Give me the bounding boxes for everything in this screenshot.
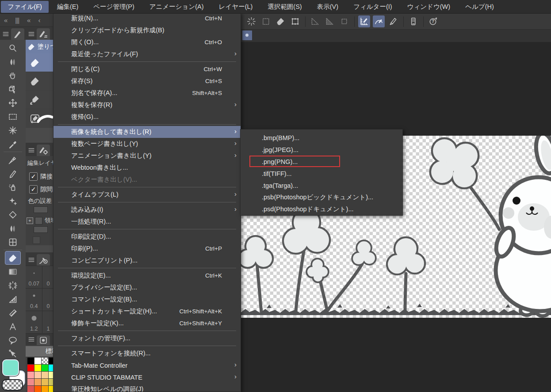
brush-size-cell[interactable]: 1 <box>42 311 53 333</box>
tool-button[interactable] <box>0 278 26 292</box>
brush-size-cell[interactable]: 0.4 <box>26 289 42 311</box>
command-bar-button[interactable]: ? <box>427 15 439 27</box>
menu-icon[interactable] <box>27 29 36 39</box>
file-menu-item[interactable]: プライバシー設定(E)... <box>54 282 241 293</box>
file-menu-item[interactable]: アニメーション書き出し(Y) › <box>54 150 241 162</box>
menubar-item[interactable]: 選択範囲(S) <box>261 1 308 13</box>
collapse-left-icon[interactable]: « <box>4 16 7 24</box>
file-menu-item[interactable]: 印刷(P)... Ctrl+P <box>54 243 241 255</box>
tool-button[interactable] <box>0 41 26 55</box>
tool-button[interactable] <box>0 333 26 347</box>
color-swatch[interactable] <box>42 372 48 378</box>
file-menu-item[interactable]: 閉じる(C) Ctrl+W <box>54 63 241 75</box>
color-swatch[interactable] <box>27 379 34 385</box>
color-swatch[interactable] <box>34 365 41 371</box>
file-menu-item[interactable]: 最近使ったファイル(F) › <box>54 48 241 60</box>
color-swatch[interactable] <box>27 372 34 378</box>
file-menu-item[interactable]: Tab-Mate Controller › <box>54 359 241 371</box>
sub-tool-group[interactable]: 塗りつぶし <box>26 40 53 53</box>
color-swatch[interactable] <box>42 358 48 364</box>
menu-icon[interactable] <box>27 145 36 155</box>
collapse-right-icon[interactable]: « <box>27 16 30 24</box>
menubar-item[interactable]: フィルター(I) <box>347 1 399 13</box>
color-swatch[interactable] <box>49 379 53 385</box>
canvas-area[interactable] <box>240 42 551 392</box>
menu-icon[interactable] <box>1 29 10 39</box>
tool-button[interactable] <box>0 292 26 306</box>
color-set-tab[interactable] <box>37 335 50 345</box>
file-menu-item[interactable]: フォントの管理(F)... <box>54 332 241 344</box>
tool-property-tab[interactable] <box>37 145 50 156</box>
command-bar-button[interactable] <box>407 15 419 27</box>
file-menu-item[interactable]: タイムラプス(L) › <box>54 189 241 201</box>
tool-button[interactable] <box>0 110 26 123</box>
adjacent-pixels-row[interactable]: ✓ 隣接ピクセルをたどる <box>26 170 53 183</box>
tool-button[interactable] <box>0 55 26 69</box>
file-menu-item[interactable]: 修飾キー設定(K)... Ctrl+Shift+Alt+Y <box>54 317 241 329</box>
file-menu-item[interactable]: スマートフォンを接続(R)... <box>54 347 241 359</box>
color-swatch[interactable] <box>49 386 53 392</box>
color-swatch[interactable] <box>27 386 34 392</box>
tool-button[interactable] <box>0 82 26 96</box>
file-menu-item[interactable]: コマンドバー設定(B)... <box>54 293 241 305</box>
color-swatch[interactable] <box>49 372 53 378</box>
color-swatch[interactable] <box>34 358 41 364</box>
file-menu-item[interactable]: 読み込み(I) › <box>54 204 241 216</box>
foreground-color-chip[interactable] <box>2 359 19 376</box>
file-menu-item[interactable]: 一括処理(R)... <box>54 216 241 228</box>
tool-button[interactable] <box>0 347 26 361</box>
file-menu-item[interactable]: 印刷設定(D)... <box>54 231 241 243</box>
tool-button[interactable] <box>0 320 26 333</box>
file-menu-item[interactable]: CLIP STUDIO TABMATE › <box>54 371 241 383</box>
command-bar-button[interactable] <box>324 15 336 27</box>
command-bar-button[interactable] <box>338 15 350 27</box>
color-swatch[interactable] <box>42 386 48 392</box>
tool-button[interactable] <box>0 153 26 167</box>
file-menu-item[interactable]: 復帰(G)... <box>54 111 241 123</box>
brush-size-cell[interactable]: 0.07 <box>26 266 42 288</box>
area-scale-row[interactable]: + 領域拡縮 <box>26 215 53 226</box>
file-menu-item[interactable]: 開く(O)... Ctrl+O <box>54 36 241 48</box>
menubar-item[interactable]: ヘルプ(H) <box>459 1 501 13</box>
area-scale-field[interactable] <box>34 226 48 233</box>
command-bar-button[interactable] <box>275 15 287 27</box>
export-format-item[interactable]: .psd(Photoshopドキュメント)... <box>241 203 402 215</box>
tool-button[interactable] <box>0 137 26 151</box>
chevron-left-icon[interactable]: ‹ <box>38 16 40 24</box>
file-menu-item[interactable]: 画像を統合して書き出し(R) › <box>54 126 241 138</box>
menu-icon[interactable] <box>27 255 36 265</box>
partial-checkbox[interactable] <box>33 236 40 244</box>
command-bar-button[interactable] <box>387 15 399 27</box>
tool-button[interactable] <box>0 123 26 137</box>
color-swatch[interactable] <box>42 379 48 385</box>
tool-button[interactable] <box>0 251 26 265</box>
color-swatch[interactable] <box>34 379 41 385</box>
export-format-item[interactable]: .tif(TIFF)... <box>241 167 402 179</box>
menubar-item[interactable]: 編集(E) <box>50 1 85 13</box>
brush-size-cell[interactable]: 0 <box>42 266 53 288</box>
color-margin-field[interactable] <box>34 206 48 213</box>
color-swatch[interactable] <box>27 358 34 364</box>
export-format-item[interactable]: .png(PNG)... <box>241 156 402 167</box>
menubar-item[interactable]: レイヤー(L) <box>212 1 260 13</box>
color-swatch[interactable] <box>34 372 41 378</box>
checkbox-checked[interactable]: ✓ <box>29 172 38 181</box>
file-menu-item[interactable]: ベクター書き出し(V)... <box>54 174 241 186</box>
file-menu-item[interactable]: クリップボードから新規作成(B) <box>54 24 241 36</box>
command-bar-button[interactable] <box>309 15 321 27</box>
command-bar-button[interactable] <box>260 15 272 27</box>
checkbox-checked[interactable]: ✓ <box>29 185 38 194</box>
file-menu-item[interactable]: 筆圧検知レベルの調節(J) <box>54 383 241 392</box>
tool-button[interactable] <box>0 194 26 208</box>
brush-size-tab[interactable] <box>37 254 50 266</box>
command-bar-button[interactable] <box>373 15 385 27</box>
menubar-item[interactable]: ページ管理(P) <box>87 1 141 13</box>
close-gap-row[interactable]: ✓ 隙間閉じ <box>26 183 53 196</box>
tool-button[interactable] <box>0 221 26 235</box>
menubar-item[interactable]: 表示(V) <box>310 1 345 13</box>
file-menu-item[interactable]: 複製を保存(R) › <box>54 99 241 111</box>
command-bar-button[interactable] <box>245 15 257 27</box>
export-format-item[interactable]: .tga(Targa)... <box>241 179 402 191</box>
brush-size-cell[interactable]: 0 <box>42 289 53 311</box>
sub-tool-item[interactable] <box>26 91 53 109</box>
